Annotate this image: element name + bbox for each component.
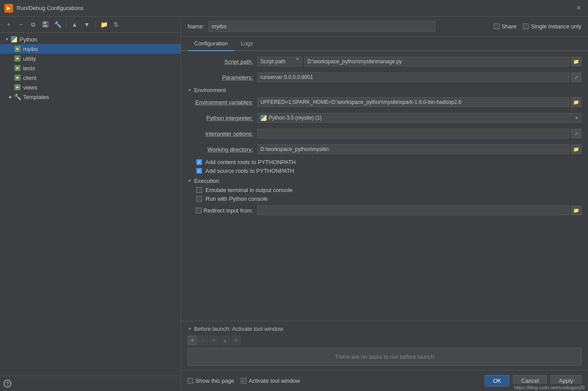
launch-down-button[interactable]: ▼ bbox=[231, 336, 241, 345]
launch-edit-button[interactable]: ✏ bbox=[209, 336, 219, 345]
client-label: client bbox=[23, 75, 36, 81]
working-directory-browse-button[interactable]: 📁 bbox=[571, 144, 581, 154]
activate-tool-window-checkbox[interactable] bbox=[241, 378, 246, 384]
script-path-row: Script path: Script path Module name ▼ 📁 bbox=[188, 55, 581, 68]
environment-section-header[interactable]: ▼ Environment bbox=[188, 87, 581, 93]
edit-defaults-button[interactable]: 🔧 bbox=[52, 19, 63, 30]
script-path-browse-button[interactable]: 📁 bbox=[571, 57, 581, 66]
env-vars-input[interactable] bbox=[257, 97, 569, 107]
working-directory-row: Working directory: 📁 bbox=[188, 143, 581, 155]
client-run-icon bbox=[14, 74, 21, 81]
before-launch-header[interactable]: ▼ Before launch: Activate tool window bbox=[188, 326, 581, 332]
tree-python-group[interactable]: ▼ Python bbox=[0, 34, 181, 44]
tree-item-utility[interactable]: utility bbox=[0, 54, 181, 63]
parameters-input[interactable] bbox=[257, 72, 569, 82]
myibs-label: myibs bbox=[23, 46, 38, 52]
python-interp-icon bbox=[260, 115, 267, 121]
share-checkbox[interactable] bbox=[494, 24, 499, 29]
show-this-page-checkbox[interactable] bbox=[188, 378, 193, 384]
execution-section-header[interactable]: ▼ Execution bbox=[188, 178, 581, 184]
dialog-title: Run/Debug Configurations bbox=[17, 5, 574, 11]
single-instance-label: Single instance only bbox=[531, 23, 581, 30]
python-interpreter-select[interactable]: Python 3.5 (mysite) (1) bbox=[257, 113, 581, 123]
python-interpreter-label: Python interpreter: bbox=[188, 115, 257, 121]
add-source-roots-checkbox[interactable] bbox=[196, 168, 202, 174]
config-tree: ▼ Python myibs utility bbox=[0, 33, 181, 376]
working-directory-input[interactable] bbox=[257, 144, 569, 154]
script-path-input-wrapper: 📁 bbox=[304, 57, 581, 66]
python-group-label: Python bbox=[20, 36, 37, 43]
script-path-label: Script path: bbox=[188, 58, 257, 65]
interpreter-options-row: Interpreter options: ⤢ bbox=[188, 127, 581, 140]
env-vars-browse-button[interactable]: 📁 bbox=[571, 97, 581, 107]
save-config-button[interactable] bbox=[40, 19, 51, 30]
script-type-select[interactable]: Script path Module name bbox=[257, 57, 302, 66]
status-bar: https://blog.csdn.net/snetlogon20 bbox=[511, 384, 588, 391]
templates-wrench-icon: 🔧 bbox=[14, 93, 21, 100]
add-content-roots-label: Add content roots to PYTHONPATH bbox=[205, 159, 296, 165]
tab-logs[interactable]: Logs bbox=[234, 37, 260, 51]
name-field[interactable] bbox=[209, 21, 435, 32]
tree-item-views[interactable]: views bbox=[0, 82, 181, 92]
title-bar: ▶ Run/Debug Configurations × bbox=[0, 0, 588, 17]
no-tasks-message: There are no tasks to run before launch bbox=[188, 348, 581, 366]
launch-add-button[interactable]: + bbox=[188, 336, 197, 345]
script-type-wrapper: Script path Module name ▼ bbox=[257, 57, 302, 66]
activate-tool-window-row[interactable]: Activate tool window bbox=[241, 377, 300, 384]
run-with-python-row: Run with Python console bbox=[196, 196, 581, 202]
copy-config-button[interactable]: ⧉ bbox=[28, 19, 38, 30]
add-config-button[interactable]: + bbox=[3, 19, 14, 30]
add-content-roots-checkbox[interactable] bbox=[196, 159, 202, 165]
left-toolbar: + − ⧉ 🔧 ▲ ▼ 📁 ⇅ bbox=[0, 17, 181, 33]
tree-templates[interactable]: ▶ 🔧 Templates bbox=[0, 92, 181, 102]
show-this-page-row[interactable]: Show this page bbox=[188, 377, 234, 384]
svg-rect-1 bbox=[44, 22, 46, 24]
environment-section-label: Environment bbox=[194, 87, 226, 93]
python-group-arrow: ▼ bbox=[3, 36, 10, 43]
interpreter-options-input[interactable] bbox=[257, 129, 569, 138]
templates-label: Templates bbox=[23, 94, 49, 100]
remove-config-button[interactable]: − bbox=[16, 19, 26, 30]
share-checkbox-label[interactable]: Share bbox=[494, 23, 517, 30]
app-icon: ▶ bbox=[4, 4, 13, 13]
single-instance-checkbox-label[interactable]: Single instance only bbox=[523, 23, 581, 30]
redirect-input-browse-button[interactable]: 📁 bbox=[571, 206, 581, 215]
share-label: Share bbox=[502, 23, 517, 30]
launch-up-button[interactable]: ▲ bbox=[220, 336, 230, 345]
show-this-page-label: Show this page bbox=[195, 377, 234, 384]
add-content-roots-row: Add content roots to PYTHONPATH bbox=[196, 159, 581, 165]
interpreter-options-expand-button[interactable]: ⤢ bbox=[571, 129, 581, 138]
no-tasks-text: There are no tasks to run before launch bbox=[335, 353, 434, 360]
folder-button[interactable]: 📁 bbox=[99, 19, 109, 30]
single-instance-checkbox[interactable] bbox=[523, 24, 529, 29]
help-icon[interactable]: ? bbox=[3, 380, 11, 388]
left-panel: + − ⧉ 🔧 ▲ ▼ 📁 ⇅ ▼ bbox=[0, 17, 181, 391]
run-with-python-label: Run with Python console bbox=[205, 196, 268, 202]
left-bottom: ? bbox=[0, 376, 181, 391]
interpreter-options-input-wrapper: ⤢ bbox=[257, 129, 581, 138]
launch-remove-button[interactable]: − bbox=[198, 336, 208, 345]
emulate-terminal-label: Emulate terminal in output console bbox=[205, 187, 292, 193]
move-down-button[interactable]: ▼ bbox=[82, 19, 92, 30]
parameters-expand-button[interactable]: ⤢ bbox=[571, 72, 581, 82]
emulate-terminal-row: Emulate terminal in output console bbox=[196, 187, 581, 193]
run-with-python-checkbox[interactable] bbox=[196, 196, 202, 202]
tree-item-client[interactable]: client bbox=[0, 73, 181, 82]
redirect-input-row: Redirect input from: 📁 bbox=[188, 204, 581, 216]
redirect-input-checkbox[interactable] bbox=[196, 208, 202, 213]
tree-item-myibs[interactable]: myibs bbox=[0, 44, 181, 54]
ok-button[interactable]: OK bbox=[485, 375, 509, 387]
working-directory-input-wrapper: 📁 bbox=[257, 144, 581, 154]
execution-section-label: Execution bbox=[194, 178, 219, 184]
move-up-button[interactable]: ▲ bbox=[69, 19, 80, 30]
close-button[interactable]: × bbox=[574, 3, 584, 14]
emulate-terminal-checkbox[interactable] bbox=[196, 187, 202, 193]
tab-configuration[interactable]: Configuration bbox=[188, 37, 234, 51]
parameters-label: Parameters: bbox=[188, 74, 257, 81]
toolbar-sep-2 bbox=[95, 21, 96, 28]
tree-item-tests[interactable]: tests bbox=[0, 63, 181, 73]
sort-button[interactable]: ⇅ bbox=[111, 19, 121, 30]
tests-run-icon bbox=[14, 65, 21, 72]
script-path-input[interactable] bbox=[304, 57, 569, 66]
redirect-input-input[interactable] bbox=[257, 206, 569, 215]
